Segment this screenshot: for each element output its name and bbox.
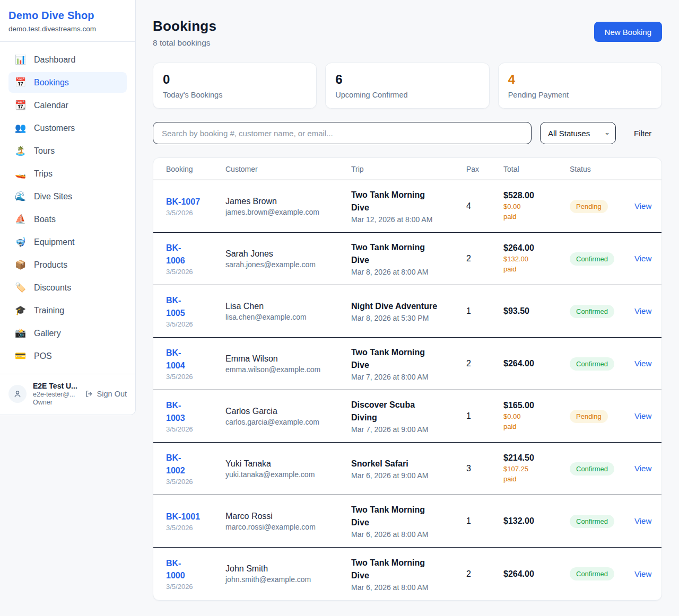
stat-label: Upcoming Confirmed [335,91,479,99]
view-link[interactable]: View [634,464,651,473]
trip-name: Snorkel Safari [351,457,466,470]
status-select[interactable]: All Statuses [540,122,616,144]
booking-date: 3/5/2026 [166,209,225,217]
booking-cell: BK- 1004 3/5/2026 [166,347,225,380]
trip-datetime: Mar 8, 2026 at 8:00 AM [351,268,466,276]
booking-id-link[interactable]: BK- 1004 [166,348,185,369]
total-amount: $264.00 [503,569,570,579]
filter-row: All Statuses ⌄ Filter [153,122,662,144]
trip-cell: Snorkel Safari Mar 6, 2026 at 9:00 AM [351,457,466,480]
status-cell: Pending [570,200,634,213]
view-link[interactable]: View [634,359,651,368]
booking-id-link[interactable]: BK- 1000 [166,559,185,580]
status-cell: Confirmed [570,252,634,266]
total-amount: $264.00 [503,359,570,368]
view-link[interactable]: View [634,411,651,420]
action-cell: View [634,201,649,211]
table-row: BK- 1003 3/5/2026 Carlos Garcia carlos.g… [153,390,661,443]
sidebar-item-bookings[interactable]: 📅 Bookings [8,72,127,93]
new-booking-button[interactable]: New Booking [594,22,662,42]
sidebar-item-label: Calendar [34,101,68,110]
equipment-icon: 🤿 [15,236,25,248]
trip-name: Two Tank Morning Dive [351,504,466,529]
sidebar-item-label: Bookings [34,78,69,87]
sidebar-item-equipment[interactable]: 🤿 Equipment [8,232,127,252]
paid-amount: $107.25 paid [503,464,535,483]
sidebar-item-label: Gallery [34,329,61,338]
trip-name: Night Dive Adventure [351,300,466,313]
booking-id-link[interactable]: BK-1001 [166,512,200,521]
view-link[interactable]: View [634,516,651,525]
training-icon: 🎓 [15,305,25,316]
status-badge: Confirmed [570,462,614,476]
gallery-icon: 📸 [15,328,25,339]
customer-name: Carlos Garcia [225,407,351,416]
customer-name: Marco Rossi [225,512,351,521]
view-link[interactable]: View [634,569,651,578]
customer-email: marco.rossi@example.com [225,523,351,531]
pax-count: 1 [466,306,503,316]
customer-email: emma.wilson@example.com [225,365,351,374]
sidebar-item-customers[interactable]: 👥 Customers [8,118,127,138]
sidebar-nav: 📊 Dashboard 📅 Bookings 📆 Calendar 👥 Cust… [0,42,135,374]
status-badge: Confirmed [570,357,614,371]
search-input[interactable] [153,122,532,144]
sidebar-item-training[interactable]: 🎓 Training [8,300,127,321]
sidebar-item-dashboard[interactable]: 📊 Dashboard [8,49,127,70]
table-row: BK- 1002 3/5/2026 Yuki Tanaka yuki.tanak… [153,443,661,495]
sidebar-item-boats[interactable]: ⛵ Boats [8,209,127,230]
booking-id-link[interactable]: BK-1007 [166,197,200,206]
sidebar-item-products[interactable]: 📦 Products [8,254,127,275]
sidebar-item-dive-sites[interactable]: 🌊 Dive Sites [8,186,127,207]
customer-name: Yuki Tanaka [225,459,351,469]
booking-id-link[interactable]: BK- 1002 [166,453,185,474]
customer-cell: James Brown james.brown@example.com [225,197,351,216]
trip-datetime: Mar 6, 2026 at 8:00 AM [351,583,466,592]
trip-datetime: Mar 6, 2026 at 9:00 AM [351,471,466,480]
stat-value: 0 [163,72,307,87]
trip-cell: Two Tank Morning Dive Mar 7, 2026 at 8:0… [351,346,466,381]
sidebar-item-tours[interactable]: 🏝️ Tours [8,140,127,161]
sign-out-icon [85,390,93,398]
table-row: BK-1001 3/5/2026 Marco Rossi marco.rossi… [153,495,661,548]
trip-cell: Two Tank Morning Dive Mar 6, 2026 at 8:0… [351,504,466,539]
action-cell: View [634,516,649,526]
sidebar-item-pos[interactable]: 💳 POS [8,346,127,366]
customer-email: sarah.jones@example.com [225,260,351,269]
customer-email: carlos.garcia@example.com [225,418,351,426]
shop-header: Demo Dive Shop demo.test.divestreams.com [0,0,135,42]
customer-cell: Marco Rossi marco.rossi@example.com [225,512,351,531]
bookings-table: Booking Customer Trip Pax Total Status B… [153,157,662,601]
total-amount: $93.50 [503,306,570,316]
total-cell: $214.50 $107.25 paid [503,453,570,483]
filter-button[interactable]: Filter [634,129,651,138]
pax-count: 1 [466,516,503,526]
booking-date: 3/5/2026 [166,524,225,532]
customer-cell: Emma Wilson emma.wilson@example.com [225,354,351,374]
trip-datetime: Mar 7, 2026 at 9:00 AM [351,425,466,434]
view-link[interactable]: View [634,201,651,210]
total-amount: $264.00 [503,243,570,253]
sidebar-item-label: POS [34,351,52,361]
sidebar-item-label: Tours [34,146,55,156]
stats-row: 0 Today's Bookings 6 Upcoming Confirmed … [153,63,662,109]
status-cell: Pending [570,410,634,423]
status-select-wrap: All Statuses ⌄ [540,122,616,144]
sidebar-item-gallery[interactable]: 📸 Gallery [8,323,127,344]
booking-id-link[interactable]: BK- 1006 [166,243,185,265]
sign-out-button[interactable]: Sign Out [85,390,127,398]
stat-value: 6 [335,72,479,87]
customer-name: Emma Wilson [225,354,351,364]
sidebar-item-discounts[interactable]: 🏷️ Discounts [8,277,127,298]
view-link[interactable]: View [634,306,651,315]
action-cell: View [634,306,649,316]
booking-cell: BK- 1005 3/5/2026 [166,294,225,328]
sidebar-item-calendar[interactable]: 📆 Calendar [8,95,127,116]
calendar-icon: 📆 [15,100,25,111]
view-link[interactable]: View [634,254,651,263]
booking-id-link[interactable]: BK- 1003 [166,401,185,422]
booking-id-link[interactable]: BK- 1005 [166,296,185,317]
status-badge: Confirmed [570,567,614,580]
sidebar-item-trips[interactable]: 🚤 Trips [8,163,127,184]
user-role: Owner [33,399,79,406]
